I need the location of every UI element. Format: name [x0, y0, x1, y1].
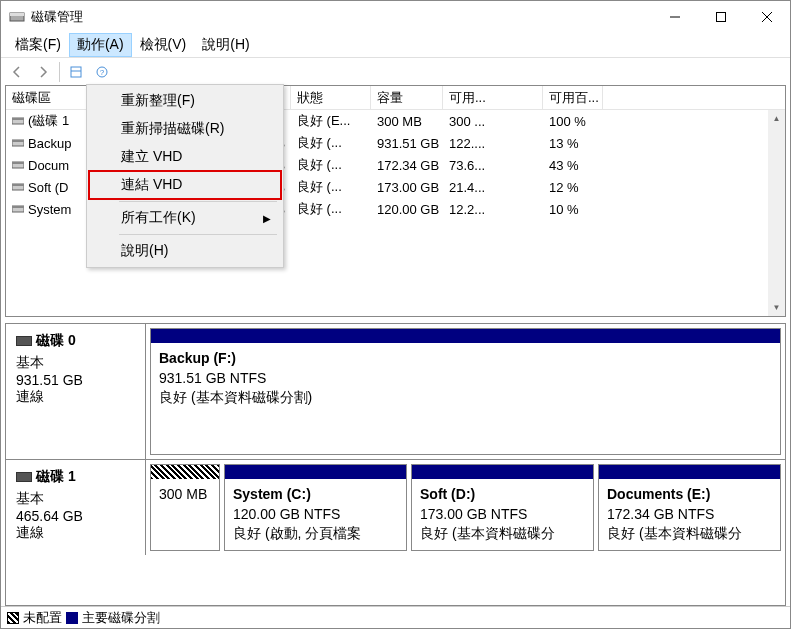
cell-pct: 12 %	[543, 179, 603, 196]
back-button[interactable]	[5, 60, 29, 84]
cell-capacity: 173.00 GB	[371, 179, 443, 196]
legend: 未配置 主要磁碟分割	[1, 606, 790, 628]
disk-map: 磁碟 0基本931.51 GB連線Backup (F:)931.51 GB NT…	[5, 323, 786, 606]
partition-bar	[599, 465, 780, 479]
app-icon	[9, 9, 25, 25]
vertical-scrollbar[interactable]: ▲ ▼	[768, 110, 785, 316]
legend-label-primary: 主要磁碟分割	[82, 609, 160, 627]
disk-icon	[16, 336, 32, 346]
toolbar: ?	[1, 57, 790, 85]
cell-capacity: 931.51 GB	[371, 135, 443, 152]
svg-rect-11	[12, 118, 24, 120]
dropdown-refresh[interactable]: 重新整理(F)	[89, 87, 281, 115]
close-button[interactable]	[744, 1, 790, 33]
chevron-right-icon: ▶	[263, 213, 271, 224]
col-status[interactable]: 狀態	[291, 86, 371, 109]
partition-body: Soft (D:)173.00 GB NTFS良好 (基本資料磁碟分	[412, 479, 593, 550]
cell-status: 良好 (...	[291, 155, 371, 175]
volume-icon	[12, 137, 24, 149]
dropdown-rescan[interactable]: 重新掃描磁碟(R)	[89, 115, 281, 143]
svg-rect-6	[71, 67, 81, 77]
cell-volume: Soft (D	[6, 179, 93, 196]
cell-free: 21.4...	[443, 179, 543, 196]
partition-bar	[151, 465, 219, 479]
disk-label[interactable]: 磁碟 1基本465.64 GB連線	[6, 460, 146, 555]
titlebar: 磁碟管理	[1, 1, 790, 33]
scroll-up-button[interactable]: ▲	[768, 110, 785, 127]
disk-row: 磁碟 1基本465.64 GB連線300 MBSystem (C:)120.00…	[6, 460, 785, 555]
partition-body: System (C:)120.00 GB NTFS良好 (啟動, 分頁檔案	[225, 479, 406, 550]
cell-volume: System	[6, 201, 93, 218]
dropdown-help[interactable]: 說明(H)	[89, 237, 281, 265]
cell-status: 良好 (E...	[291, 111, 371, 131]
col-pct[interactable]: 可用百...	[543, 86, 603, 109]
cell-pct: 13 %	[543, 135, 603, 152]
cell-status: 良好 (...	[291, 199, 371, 219]
cell-status: 良好 (...	[291, 133, 371, 153]
volume-icon	[12, 181, 24, 193]
cell-status: 良好 (...	[291, 177, 371, 197]
cell-capacity: 172.34 GB	[371, 157, 443, 174]
disk-row: 磁碟 0基本931.51 GB連線Backup (F:)931.51 GB NT…	[6, 324, 785, 460]
cell-capacity: 120.00 GB	[371, 201, 443, 218]
legend-swatch-unallocated	[7, 612, 19, 624]
col-free[interactable]: 可用...	[443, 86, 543, 109]
forward-button[interactable]	[31, 60, 55, 84]
partition[interactable]: 300 MB	[150, 464, 220, 551]
partition-body: Backup (F:)931.51 GB NTFS良好 (基本資料磁碟分割)	[151, 343, 780, 454]
partition-bar	[225, 465, 406, 479]
tool-help[interactable]: ?	[90, 60, 114, 84]
cell-free: 12.2...	[443, 201, 543, 218]
cell-capacity: 300 MB	[371, 113, 443, 130]
partition[interactable]: Soft (D:)173.00 GB NTFS良好 (基本資料磁碟分	[411, 464, 594, 551]
tool-refresh[interactable]	[64, 60, 88, 84]
cell-volume: Backup	[6, 135, 93, 152]
partition-body: Documents (E:)172.34 GB NTFS良好 (基本資料磁碟分	[599, 479, 780, 550]
dropdown-create-vhd[interactable]: 建立 VHD	[89, 143, 281, 171]
partition[interactable]: Backup (F:)931.51 GB NTFS良好 (基本資料磁碟分割)	[150, 328, 781, 455]
cell-free: 122....	[443, 135, 543, 152]
partition-body: 300 MB	[151, 479, 219, 550]
dropdown-all-tasks[interactable]: 所有工作(K)▶	[89, 204, 281, 232]
svg-rect-15	[12, 162, 24, 164]
dropdown-separator	[119, 201, 277, 202]
volume-icon	[12, 203, 24, 215]
menu-file[interactable]: 檔案(F)	[7, 33, 69, 57]
maximize-button[interactable]	[698, 1, 744, 33]
menu-action[interactable]: 動作(A)	[69, 33, 132, 57]
col-volume[interactable]: 磁碟區	[6, 86, 93, 109]
cell-pct: 43 %	[543, 157, 603, 174]
volume-icon	[12, 115, 24, 127]
cell-pct: 10 %	[543, 201, 603, 218]
cell-volume: (磁碟 1	[6, 111, 93, 131]
dropdown-separator	[119, 234, 277, 235]
window-title: 磁碟管理	[31, 8, 652, 26]
svg-text:?: ?	[100, 68, 105, 77]
svg-rect-13	[12, 140, 24, 142]
action-dropdown: 重新整理(F) 重新掃描磁碟(R) 建立 VHD 連結 VHD 所有工作(K)▶…	[86, 84, 284, 268]
disk-icon	[16, 472, 32, 482]
partition-bar	[412, 465, 593, 479]
disk-label[interactable]: 磁碟 0基本931.51 GB連線	[6, 324, 146, 459]
scroll-down-button[interactable]: ▼	[768, 299, 785, 316]
volume-icon	[12, 159, 24, 171]
svg-rect-19	[12, 206, 24, 208]
svg-rect-3	[717, 13, 726, 22]
cell-free: 300 ...	[443, 113, 543, 130]
partition[interactable]: Documents (E:)172.34 GB NTFS良好 (基本資料磁碟分	[598, 464, 781, 551]
menubar: 檔案(F) 動作(A) 檢視(V) 說明(H)	[1, 33, 790, 57]
menu-help[interactable]: 說明(H)	[194, 33, 257, 57]
cell-volume: Docum	[6, 157, 93, 174]
menu-view[interactable]: 檢視(V)	[132, 33, 195, 57]
legend-swatch-primary	[66, 612, 78, 624]
svg-rect-1	[10, 13, 24, 16]
scroll-track[interactable]	[768, 127, 785, 299]
legend-label-unallocated: 未配置	[23, 609, 62, 627]
partition[interactable]: System (C:)120.00 GB NTFS良好 (啟動, 分頁檔案	[224, 464, 407, 551]
svg-rect-17	[12, 184, 24, 186]
partition-bar	[151, 329, 780, 343]
col-capacity[interactable]: 容量	[371, 86, 443, 109]
cell-pct: 100 %	[543, 113, 603, 130]
dropdown-attach-vhd[interactable]: 連結 VHD	[89, 171, 281, 199]
minimize-button[interactable]	[652, 1, 698, 33]
